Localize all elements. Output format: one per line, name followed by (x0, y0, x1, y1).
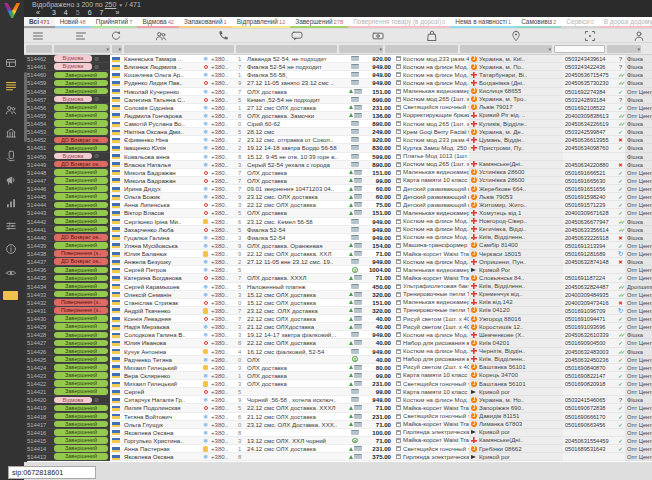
table-row[interactable]: 514436ЗавершенийСергей Петров❄+380..5$10… (24, 266, 652, 274)
ttn-number[interactable]: 20450634226619 (563, 120, 616, 128)
client-phone[interactable]: +380.. (211, 226, 234, 234)
ttn-number[interactable]: 0501691598240 (563, 193, 616, 201)
table-row[interactable]: 514419ЗавершенийЛилия Подолинская+380..5… (24, 404, 652, 412)
ttn-number[interactable]: 20450635730230 (563, 79, 616, 87)
column-header-people-icon[interactable] (122, 29, 200, 42)
tab-Нема в наявності[interactable]: Нема в наявності1 (450, 17, 516, 28)
table-row[interactable]: 514433ЗавершенийОлексій Семанін❄+380..31… (24, 291, 652, 299)
ttn-number[interactable]: 20450636613955 (563, 136, 616, 144)
table-row[interactable]: 514443ЗавершенийВіктор Власов+380..5ОЛХ … (24, 209, 652, 217)
sidebar-clients-icon[interactable] (5, 102, 19, 116)
table-row[interactable]: 514426ЗавершенийКучук Антоніна+380..416.… (24, 348, 652, 356)
pager-page-3[interactable]: 3 (48, 9, 60, 16)
ttn-number[interactable]: 0503243422436 (563, 63, 616, 71)
table-row[interactable]: 514422ЗавершенийМихаил Гилецький+380..3О… (24, 380, 652, 388)
column-header-pin-icon[interactable] (469, 29, 563, 42)
table-row[interactable]: 514453ЗавершенийНікітіна Оксана Дми..❄+3… (24, 128, 652, 136)
column-header-chat-icon[interactable] (245, 29, 348, 42)
ttn-number[interactable]: 0501691651656 (563, 185, 616, 193)
table-row[interactable]: 514420Відмова⊘Ситарчук Наталія Гр..❄+380… (24, 396, 652, 404)
client-phone[interactable]: +380.. (211, 283, 234, 291)
ttn-number[interactable]: 0501691571229 (563, 201, 616, 209)
client-phone[interactable]: +380.. (211, 364, 234, 372)
client-phone[interactable]: +380.. (211, 453, 234, 461)
table-row[interactable]: 514446ЗавершенийИрина Дидух❄+380..709.01… (24, 185, 652, 193)
column-header-money-icon[interactable] (362, 29, 394, 42)
table-row[interactable]: 514428ЗавершенийСолодкова Галина В..❄+38… (24, 331, 652, 339)
ttn-number[interactable]: 20400309671628 (563, 209, 616, 217)
ttn-number[interactable]: 0501691187224 (563, 274, 616, 282)
client-phone[interactable]: +380.. (211, 258, 234, 266)
client-phone[interactable]: +380.. (211, 331, 234, 339)
table-row[interactable]: 514421ЗавершенийСергей+380..599.00Карта … (24, 388, 652, 396)
ttn-number[interactable]: 0501689531643 (563, 445, 616, 453)
filter-input-8[interactable] (554, 45, 605, 53)
tab-Повернення товару (в дорозі)[interactable]: Повернення товару (в дорозі)0 (348, 17, 450, 28)
table-row[interactable]: 514429ЗавершенийНадія Мерзаєва❄+380..321… (24, 323, 652, 331)
table-row[interactable]: 514455ЗавершенийЛюдмила Гончарова❄+380..… (24, 112, 652, 120)
table-row[interactable]: 514435ЗавершенийКатерина Богданова+380..… (24, 274, 652, 282)
ttn-number[interactable]: 0501690672838 (563, 404, 616, 412)
table-row[interactable]: 514458ЗавершенийНиколай Кучеренко❄+380..… (24, 88, 652, 96)
ttn-number[interactable]: 0501692108522 (563, 104, 616, 112)
table-row[interactable]: 514418ЗавершенийТетяна Войтович❄+380..62… (24, 413, 652, 421)
table-row[interactable]: 514462Відмова⊘Каневська Тамара ..❄+380..… (24, 55, 652, 63)
client-phone[interactable]: +380.. (211, 88, 234, 96)
ttn-number[interactable]: 0503242893184 (563, 96, 616, 104)
ttn-number[interactable]: 20400309484935 (563, 291, 616, 299)
filter-input-2[interactable]: ▾ (112, 45, 122, 53)
client-phone[interactable]: +380.. (211, 120, 234, 128)
ttn-number[interactable]: 20450632483003 (563, 348, 616, 356)
pager-page-6[interactable]: 6 (84, 9, 96, 16)
filter-input-9[interactable]: ▾ (607, 45, 641, 53)
tab-Сервіси[interactable]: Сервіси0 (561, 17, 599, 28)
column-header-status-list-icon[interactable] (52, 29, 110, 42)
table-row[interactable]: 514413ЗавершенийЯковлева Оксана❄+380..83… (24, 453, 652, 461)
tab-Новий[interactable]: Новий48 (55, 17, 91, 28)
client-phone[interactable]: +380.. (211, 437, 234, 445)
filter-input-1[interactable]: ▾ (54, 45, 110, 53)
table-row[interactable]: 514444ЗавершенийАнна Липенська+380..322.… (24, 201, 652, 209)
ttn-number[interactable]: 20450632874148 (563, 258, 616, 266)
ttn-number[interactable]: 0501692274384 (563, 88, 616, 96)
pager-page-7[interactable]: 7 (96, 9, 108, 16)
client-phone[interactable]: +380.. (211, 299, 234, 307)
ttn-number[interactable]: 0503242599847 (563, 128, 616, 136)
ttn-number[interactable]: 20450631554459 (563, 437, 616, 445)
table-row[interactable]: 514456ЗавершенийСоломія Сідоніна❄+380..1… (24, 104, 652, 112)
table-row[interactable]: 514432Повернення (з..Станіслав Стрижак+3… (24, 299, 652, 307)
filter-input-7[interactable]: ▾ (460, 45, 552, 53)
table-row[interactable]: 514451ЗавершенийІващенко Юлія❄+380..219.… (24, 144, 652, 152)
client-phone[interactable]: +380.. (211, 372, 234, 380)
table-row[interactable]: 514438Повернення (з..Юлия Баланюк+380..9… (24, 250, 652, 258)
pager-last-button[interactable]: » (111, 9, 123, 16)
client-phone[interactable]: +380.. (211, 445, 234, 453)
column-header-refresh-icon[interactable] (110, 29, 122, 42)
client-phone[interactable]: +380.. (211, 348, 234, 356)
client-phone[interactable]: +380.. (211, 315, 234, 323)
table-row[interactable]: 514454ЗавершенийСамотій Руслана Во..❄+38… (24, 120, 652, 128)
sidebar-stats-icon[interactable] (5, 195, 19, 209)
ttn-number[interactable]: 20450633226918 (563, 234, 616, 242)
table-row[interactable]: 514450Відмова⊘Ковальова анна❄+380..815.1… (24, 153, 652, 161)
client-phone[interactable]: +380.. (211, 404, 234, 412)
ttn-number[interactable]: 20450634220880 (563, 161, 616, 169)
tab-Завершений[interactable]: Завершений278 (290, 17, 348, 28)
client-phone[interactable]: +380.. (211, 396, 234, 404)
filter-input-3[interactable] (124, 45, 234, 53)
column-header-bag-icon[interactable] (394, 29, 469, 42)
client-phone[interactable]: +380.. (211, 307, 234, 315)
tab-Всі[interactable]: Всі471 (24, 17, 55, 28)
client-phone[interactable]: +380.. (211, 144, 234, 152)
table-row[interactable]: 514416ЗавершенийЯковлева Оксана❄+380..81… (24, 429, 652, 437)
table-row[interactable]: 514417ЗавершенийОльга Глущук❄+380..023.1… (24, 421, 652, 429)
tab-Запакований[interactable]: Запакований1 (179, 17, 232, 28)
table-row[interactable]: 514447ЗавершенийМикола Бадражан+380..7ОЛ… (24, 177, 652, 185)
per-page-dropdown[interactable]: 250 (105, 1, 117, 8)
client-phone[interactable]: +380.. (211, 185, 234, 193)
client-phone[interactable]: +380.. (211, 274, 234, 282)
client-phone[interactable]: +380.. (211, 169, 234, 177)
client-phone[interactable]: +380.. (211, 234, 234, 242)
ttn-number[interactable]: 20450636677947 (563, 218, 616, 226)
client-phone[interactable]: +380.. (211, 339, 234, 347)
